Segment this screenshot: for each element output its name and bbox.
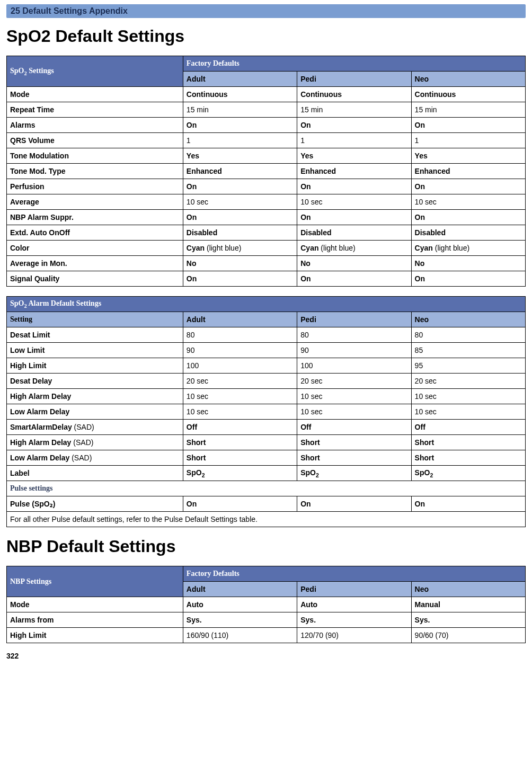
cell: 10 sec: [297, 389, 411, 404]
cell: Enhanced: [411, 164, 525, 179]
cell: SpO2: [411, 466, 525, 481]
row-label: Extd. Auto OnOff: [7, 225, 183, 241]
table-row: Tone ModulationYesYesYes: [7, 148, 526, 164]
cell: On: [183, 496, 297, 512]
section-heading-spo2: SpO2 Default Settings: [6, 26, 526, 46]
cell: 100: [297, 358, 411, 374]
table-row: NBP Alarm Suppr.OnOnOn: [7, 210, 526, 225]
table-row: High Limit160/90 (110)120/70 (90)90/60 (…: [7, 628, 526, 643]
cell: On: [411, 210, 525, 225]
cell: 80: [411, 327, 525, 343]
cell: 90/60 (70): [411, 628, 525, 643]
row-label: High Alarm Delay: [7, 389, 183, 404]
cell: On: [297, 179, 411, 194]
cell: Sys.: [297, 612, 411, 628]
cell: On: [183, 271, 297, 287]
cell: 15 min: [183, 102, 297, 118]
table-row: Tone Mod. TypeEnhancedEnhancedEnhanced: [7, 164, 526, 179]
cell: Yes: [411, 148, 525, 164]
cell: Sys.: [411, 612, 525, 628]
row-label: SmartAlarmDelay (SAD): [7, 420, 183, 435]
cell: Short: [411, 435, 525, 450]
pulse-settings-header: Pulse settings: [7, 481, 526, 496]
table-row: QRS Volume111: [7, 133, 526, 148]
row-label: High Limit: [7, 358, 183, 374]
table-row: ModeAutoAutoManual: [7, 597, 526, 612]
cell: 80: [183, 327, 297, 343]
cell: On: [183, 210, 297, 225]
table-row: Average in Mon.NoNoNo: [7, 256, 526, 271]
cell: 20 sec: [183, 374, 297, 389]
table-row: Extd. Auto OnOffDisabledDisabledDisabled: [7, 225, 526, 241]
cell: On: [297, 496, 411, 512]
cell: On: [297, 271, 411, 287]
table-row: High Limit10010095: [7, 358, 526, 374]
table-row: Signal QualityOnOnOn: [7, 271, 526, 287]
row-label: QRS Volume: [7, 133, 183, 148]
table-row: Desat Limit808080: [7, 327, 526, 343]
table-row: ColorCyan (light blue)Cyan (light blue)C…: [7, 241, 526, 256]
table-row: High Alarm Delay (SAD)ShortShortShort: [7, 435, 526, 450]
table-row: Pulse (SpO₂) On On On: [7, 496, 526, 512]
cell: 15 min: [411, 102, 525, 118]
spo2-alarm-table: SpO2 Alarm Default Settings Setting Adul…: [6, 296, 526, 527]
chapter-header: 25 Default Settings Appendix: [6, 4, 526, 18]
col-pedi: Pedi: [297, 312, 411, 327]
col-neo: Neo: [411, 312, 525, 327]
table-title: SpO2 Alarm Default Settings: [7, 297, 526, 312]
cell: 20 sec: [411, 374, 525, 389]
spo2-settings-table: SpO2 Settings Factory Defaults Adult Ped…: [6, 56, 526, 287]
table-row: Repeat Time15 min15 min15 min: [7, 102, 526, 118]
col-neo: Neo: [411, 72, 525, 87]
cell: Disabled: [411, 225, 525, 241]
cell: 10 sec: [411, 194, 525, 210]
row-label: Repeat Time: [7, 102, 183, 118]
table-row: Low Limit909085: [7, 343, 526, 358]
table-row: Average10 sec10 sec10 sec: [7, 194, 526, 210]
table-row: LabelSpO2SpO2SpO2: [7, 466, 526, 481]
cell: 10 sec: [297, 404, 411, 420]
cell: 10 sec: [297, 194, 411, 210]
col-neo: Neo: [411, 582, 525, 597]
col-pedi: Pedi: [297, 72, 411, 87]
cell: No: [297, 256, 411, 271]
row-label: Low Limit: [7, 343, 183, 358]
table-footer-note: For all other Pulse default settings, re…: [7, 512, 526, 527]
cell: On: [411, 179, 525, 194]
cell: Off: [183, 420, 297, 435]
row-label: High Limit: [7, 628, 183, 643]
table-row: SmartAlarmDelay (SAD)OffOffOff: [7, 420, 526, 435]
row-label: Label: [7, 466, 183, 481]
cell: Manual: [411, 597, 525, 612]
section-heading-nbp: NBP Default Settings: [6, 537, 526, 556]
row-label: Alarms from: [7, 612, 183, 628]
cell: Cyan (light blue): [297, 241, 411, 256]
col-adult: Adult: [183, 582, 297, 597]
table-row: Low Alarm Delay (SAD)ShortShortShort: [7, 450, 526, 466]
cell: Off: [297, 420, 411, 435]
nbp-settings-table: NBP Settings Factory Defaults Adult Pedi…: [6, 566, 526, 643]
cell: 100: [183, 358, 297, 374]
cell: 10 sec: [183, 389, 297, 404]
cell: Sys.: [183, 612, 297, 628]
cell: Short: [183, 450, 297, 466]
cell: Enhanced: [183, 164, 297, 179]
cell: 90: [297, 343, 411, 358]
cell: On: [297, 118, 411, 133]
cell: 160/90 (110): [183, 628, 297, 643]
cell: 10 sec: [411, 404, 525, 420]
page-number: 322: [0, 650, 532, 665]
cell: Short: [183, 435, 297, 450]
cell: Continuous: [183, 87, 297, 102]
cell: Short: [411, 450, 525, 466]
cell: Cyan (light blue): [411, 241, 525, 256]
cell: 95: [411, 358, 525, 374]
table-title: SpO2 Settings: [7, 56, 183, 87]
row-label: Desat Delay: [7, 374, 183, 389]
cell: Short: [297, 450, 411, 466]
cell: 90: [183, 343, 297, 358]
cell: 10 sec: [411, 389, 525, 404]
cell: 1: [297, 133, 411, 148]
cell: 1: [411, 133, 525, 148]
row-label: Mode: [7, 87, 183, 102]
